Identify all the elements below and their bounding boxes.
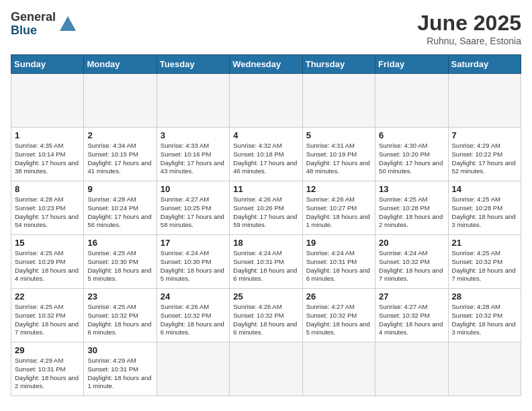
- day-info: Sunrise: 4:24 AM Sunset: 10:31 PM Daylig…: [306, 249, 371, 283]
- day-info: Sunrise: 4:25 AM Sunset: 10:32 PM Daylig…: [15, 303, 80, 337]
- calendar-row: 8Sunrise: 4:28 AM Sunset: 10:23 PM Dayli…: [11, 181, 521, 235]
- col-saturday: Saturday: [448, 55, 521, 74]
- col-monday: Monday: [84, 55, 157, 74]
- day-number: 23: [87, 291, 152, 302]
- col-tuesday: Tuesday: [157, 55, 229, 74]
- calendar-cell: 26Sunrise: 4:27 AM Sunset: 10:32 PM Dayl…: [302, 289, 375, 342]
- calendar-cell: 15Sunrise: 4:25 AM Sunset: 10:29 PM Dayl…: [11, 235, 84, 289]
- month-year: June 2025: [417, 11, 521, 36]
- calendar-cell: 1Sunrise: 4:35 AM Sunset: 10:14 PM Dayli…: [11, 128, 84, 181]
- calendar-cell: 17Sunrise: 4:24 AM Sunset: 10:30 PM Dayl…: [157, 235, 229, 289]
- calendar-cell: 30Sunrise: 4:29 AM Sunset: 10:31 PM Dayl…: [84, 342, 157, 396]
- day-info: Sunrise: 4:29 AM Sunset: 10:31 PM Daylig…: [87, 357, 152, 391]
- day-info: Sunrise: 4:29 AM Sunset: 10:31 PM Daylig…: [15, 357, 80, 391]
- calendar-cell: [230, 74, 302, 128]
- calendar-row: 15Sunrise: 4:25 AM Sunset: 10:29 PM Dayl…: [11, 235, 521, 289]
- calendar-cell: 2Sunrise: 4:34 AM Sunset: 10:15 PM Dayli…: [84, 128, 157, 181]
- header-row: Sunday Monday Tuesday Wednesday Thursday…: [11, 55, 521, 74]
- day-info: Sunrise: 4:25 AM Sunset: 10:32 PM Daylig…: [87, 303, 152, 337]
- day-info: Sunrise: 4:25 AM Sunset: 10:30 PM Daylig…: [87, 249, 152, 283]
- day-number: 18: [233, 238, 298, 248]
- calendar-cell: 21Sunrise: 4:25 AM Sunset: 10:32 PM Dayl…: [448, 235, 521, 289]
- logo-blue: Blue: [11, 24, 56, 38]
- day-info: Sunrise: 4:29 AM Sunset: 10:22 PM Daylig…: [452, 142, 517, 176]
- day-number: 12: [306, 184, 371, 194]
- day-info: Sunrise: 4:25 AM Sunset: 10:32 PM Daylig…: [452, 249, 517, 283]
- day-info: Sunrise: 4:31 AM Sunset: 10:19 PM Daylig…: [306, 142, 371, 176]
- day-info: Sunrise: 4:35 AM Sunset: 10:14 PM Daylig…: [15, 142, 80, 176]
- page-header: General Blue June 2025 Ruhnu, Saare, Est…: [11, 11, 521, 46]
- calendar-cell: 29Sunrise: 4:29 AM Sunset: 10:31 PM Dayl…: [11, 342, 84, 396]
- day-number: 17: [161, 238, 226, 248]
- day-number: 11: [233, 184, 298, 194]
- day-info: Sunrise: 4:32 AM Sunset: 10:18 PM Daylig…: [233, 142, 298, 176]
- col-sunday: Sunday: [11, 55, 84, 74]
- calendar-cell: 28Sunrise: 4:28 AM Sunset: 10:32 PM Dayl…: [448, 289, 521, 342]
- day-number: 14: [452, 184, 517, 194]
- day-info: Sunrise: 4:27 AM Sunset: 10:32 PM Daylig…: [379, 303, 444, 337]
- day-number: 28: [452, 291, 517, 302]
- day-number: 3: [161, 130, 226, 140]
- calendar-row: 22Sunrise: 4:25 AM Sunset: 10:32 PM Dayl…: [11, 289, 521, 342]
- day-number: 25: [233, 291, 298, 302]
- day-info: Sunrise: 4:25 AM Sunset: 10:28 PM Daylig…: [379, 195, 444, 230]
- day-info: Sunrise: 4:24 AM Sunset: 10:30 PM Daylig…: [161, 249, 226, 283]
- calendar-row: 29Sunrise: 4:29 AM Sunset: 10:31 PM Dayl…: [11, 342, 521, 396]
- calendar-cell: [11, 74, 84, 128]
- day-number: 15: [15, 238, 80, 248]
- day-info: Sunrise: 4:26 AM Sunset: 10:27 PM Daylig…: [306, 195, 371, 230]
- calendar-row: [11, 74, 521, 128]
- calendar-cell: 11Sunrise: 4:26 AM Sunset: 10:26 PM Dayl…: [230, 181, 302, 235]
- calendar-cell: [375, 342, 448, 396]
- day-info: Sunrise: 4:24 AM Sunset: 10:31 PM Daylig…: [233, 249, 298, 283]
- calendar-cell: 10Sunrise: 4:27 AM Sunset: 10:25 PM Dayl…: [157, 181, 229, 235]
- day-info: Sunrise: 4:26 AM Sunset: 10:26 PM Daylig…: [233, 195, 298, 230]
- calendar-cell: [375, 74, 448, 128]
- calendar-cell: 12Sunrise: 4:26 AM Sunset: 10:27 PM Dayl…: [302, 181, 375, 235]
- day-number: 22: [15, 291, 80, 302]
- calendar-cell: 13Sunrise: 4:25 AM Sunset: 10:28 PM Dayl…: [375, 181, 448, 235]
- day-number: 7: [452, 130, 517, 140]
- col-thursday: Thursday: [302, 55, 375, 74]
- calendar-cell: 20Sunrise: 4:24 AM Sunset: 10:32 PM Dayl…: [375, 235, 448, 289]
- calendar-cell: 14Sunrise: 4:25 AM Sunset: 10:28 PM Dayl…: [448, 181, 521, 235]
- calendar-cell: [448, 74, 521, 128]
- calendar-cell: 25Sunrise: 4:26 AM Sunset: 10:32 PM Dayl…: [230, 289, 302, 342]
- day-info: Sunrise: 4:30 AM Sunset: 10:20 PM Daylig…: [379, 142, 444, 176]
- calendar-cell: [448, 342, 521, 396]
- day-number: 4: [233, 130, 298, 140]
- calendar-cell: [302, 74, 375, 128]
- day-info: Sunrise: 4:28 AM Sunset: 10:24 PM Daylig…: [87, 195, 152, 230]
- calendar-cell: 6Sunrise: 4:30 AM Sunset: 10:20 PM Dayli…: [375, 128, 448, 181]
- day-number: 1: [15, 130, 80, 140]
- day-info: Sunrise: 4:26 AM Sunset: 10:32 PM Daylig…: [161, 303, 226, 337]
- day-number: 16: [87, 238, 152, 248]
- calendar-cell: 23Sunrise: 4:25 AM Sunset: 10:32 PM Dayl…: [84, 289, 157, 342]
- calendar-cell: 3Sunrise: 4:33 AM Sunset: 10:16 PM Dayli…: [157, 128, 229, 181]
- day-number: 27: [379, 291, 444, 302]
- day-number: 30: [87, 345, 152, 355]
- calendar-cell: [157, 74, 229, 128]
- logo: General Blue: [11, 11, 77, 38]
- day-number: 9: [87, 184, 152, 194]
- calendar-cell: 18Sunrise: 4:24 AM Sunset: 10:31 PM Dayl…: [230, 235, 302, 289]
- day-info: Sunrise: 4:27 AM Sunset: 10:32 PM Daylig…: [306, 303, 371, 337]
- calendar-cell: 16Sunrise: 4:25 AM Sunset: 10:30 PM Dayl…: [84, 235, 157, 289]
- day-number: 26: [306, 291, 371, 302]
- calendar-cell: 27Sunrise: 4:27 AM Sunset: 10:32 PM Dayl…: [375, 289, 448, 342]
- calendar-cell: 4Sunrise: 4:32 AM Sunset: 10:18 PM Dayli…: [230, 128, 302, 181]
- calendar-cell: 9Sunrise: 4:28 AM Sunset: 10:24 PM Dayli…: [84, 181, 157, 235]
- day-number: 29: [15, 345, 80, 355]
- calendar-cell: [302, 342, 375, 396]
- day-number: 13: [379, 184, 444, 194]
- calendar-cell: [157, 342, 229, 396]
- calendar-cell: 24Sunrise: 4:26 AM Sunset: 10:32 PM Dayl…: [157, 289, 229, 342]
- day-info: Sunrise: 4:34 AM Sunset: 10:15 PM Daylig…: [87, 142, 152, 176]
- day-info: Sunrise: 4:25 AM Sunset: 10:29 PM Daylig…: [15, 249, 80, 283]
- col-wednesday: Wednesday: [230, 55, 302, 74]
- day-info: Sunrise: 4:25 AM Sunset: 10:28 PM Daylig…: [452, 195, 517, 230]
- day-number: 24: [161, 291, 226, 302]
- title-block: June 2025 Ruhnu, Saare, Estonia: [417, 11, 521, 46]
- col-friday: Friday: [375, 55, 448, 74]
- day-number: 6: [379, 130, 444, 140]
